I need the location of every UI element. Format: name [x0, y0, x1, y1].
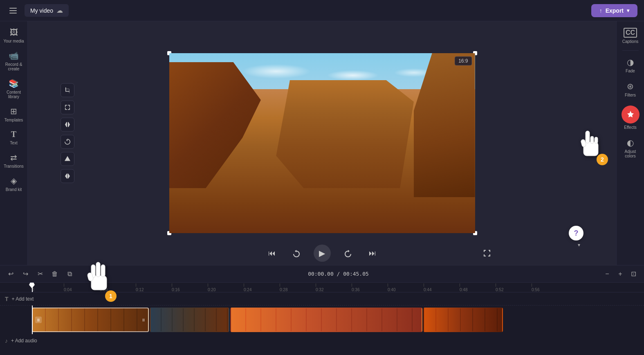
effects-active-indicator: [622, 106, 640, 124]
right-panel-item-adjust-colors[interactable]: ◐ Adjustcolors: [618, 135, 643, 162]
your-media-icon: 🖼: [10, 28, 18, 37]
ruler-mark: 0:56: [532, 283, 568, 292]
right-panel-item-fade[interactable]: ◑ Fade: [618, 54, 643, 76]
record-create-icon: 📹: [9, 51, 19, 61]
ruler-marks: 0 0:04 0:08 0:12 0:16: [32, 283, 568, 292]
duplicate-button[interactable]: ⧉: [64, 268, 75, 280]
text-track-icon: T: [5, 296, 9, 302]
main-area: 🖼 Your media 📹 Record &create 📚 Contentl…: [0, 21, 644, 265]
text-track: T + Add text: [0, 292, 644, 306]
sidebar-item-brand-kit[interactable]: ◈ Brand kit: [2, 173, 26, 195]
help-button[interactable]: ?: [569, 226, 583, 240]
delete-button[interactable]: 🗑: [49, 268, 61, 280]
right-panel-label: Filters: [625, 93, 636, 97]
hamburger-button[interactable]: [7, 4, 20, 17]
sidebar-item-label: Templates: [4, 118, 23, 122]
ruler-mark: 0:16: [172, 283, 208, 292]
video-clip-4[interactable]: [423, 308, 503, 332]
ruler-mark: 0:52: [496, 283, 532, 292]
export-chevron-icon: ▾: [627, 8, 629, 13]
video-clip-2[interactable]: [150, 308, 229, 332]
right-panel-label: Fade: [626, 69, 635, 73]
adjust-colors-icon: ◐: [627, 138, 634, 148]
brand-kit-icon: ◈: [11, 176, 17, 186]
transitions-icon: ⇄: [10, 153, 17, 162]
video-canvas[interactable]: 16:9: [169, 53, 475, 233]
fit-to-window-button[interactable]: ⊡: [628, 268, 639, 280]
right-panel-item-effects[interactable]: Effects: [618, 102, 643, 133]
ruler-mark: 0:36: [352, 283, 388, 292]
desert-cliff-center: [276, 80, 414, 188]
audio-track: ♪ + Add audio: [0, 334, 644, 347]
video-canvas-wrapper: 16:9: [169, 53, 475, 233]
right-panel-item-filters[interactable]: ⊛ Filters: [618, 78, 643, 101]
right-panel: CC Captions ◑ Fade ⊛ Filters Effects ◐ A…: [616, 21, 644, 265]
timeline-area: ↩ ↪ ✂ 🗑 ⧉ 00:00.00 / 00:45.05 − + ⊡ 0: [0, 265, 644, 355]
ruler-mark: 0:32: [316, 283, 352, 292]
cut-button[interactable]: ✂: [34, 268, 46, 280]
video-track-label: [0, 306, 32, 334]
play-button[interactable]: ▶: [314, 245, 331, 262]
zoom-in-button[interactable]: +: [615, 268, 626, 280]
redo-button[interactable]: ↪: [20, 268, 31, 280]
skip-back-button[interactable]: ⏮: [265, 246, 279, 261]
skip-forward-button[interactable]: ⏭: [365, 246, 380, 261]
left-sidebar: 🖼 Your media 📹 Record &create 📚 Contentl…: [0, 21, 28, 265]
zoom-out-button[interactable]: −: [601, 268, 613, 280]
timeline-toolbar: ↩ ↪ ✂ 🗑 ⧉ 00:00.00 / 00:45.05 − + ⊡: [0, 265, 644, 283]
playhead-line: [32, 283, 33, 292]
ruler-mark: 0:08: [100, 283, 136, 292]
add-text-label: + Add text: [12, 296, 34, 302]
topbar: My video ☁ ↑ Export ▾: [0, 0, 644, 21]
video-clip-3[interactable]: [230, 308, 422, 332]
sidebar-item-transitions[interactable]: ⇄ Transitions: [2, 149, 26, 172]
sidebar-item-label: Contentlibrary: [7, 90, 21, 99]
timeline-ruler: 0 0:04 0:08 0:12 0:16: [0, 283, 644, 292]
sidebar-item-record-create[interactable]: 📹 Record &create: [2, 47, 26, 74]
text-icon: T: [11, 130, 16, 139]
export-button[interactable]: ↑ Export ▾: [591, 4, 637, 17]
fast-forward-button[interactable]: [341, 246, 355, 261]
right-panel-label: Captions: [622, 39, 638, 44]
right-panel-label: Adjustcolors: [625, 149, 636, 158]
add-audio-button[interactable]: + Add audio: [11, 338, 37, 344]
hamburger-line: [9, 13, 17, 13]
audio-track-icon: ♪: [5, 337, 8, 344]
ruler-mark: 0:28: [280, 283, 316, 292]
project-title-button[interactable]: My video ☁: [25, 4, 69, 17]
sidebar-item-text[interactable]: T Text: [2, 126, 26, 148]
undo-button[interactable]: ↩: [5, 268, 16, 280]
sidebar-item-label: Transitions: [4, 164, 24, 169]
video-clip-1[interactable]: ⏸ ⏸: [32, 308, 149, 332]
track-playhead: [32, 306, 33, 334]
sidebar-item-label: Brand kit: [6, 187, 22, 192]
ruler-mark: 0:44: [424, 283, 460, 292]
export-label: Export: [606, 7, 624, 14]
clip-right-icon: ⏸: [141, 318, 146, 322]
right-panel-divider: [622, 50, 639, 51]
right-panel-item-captions[interactable]: CC Captions: [618, 25, 643, 47]
ruler-mark: 0:20: [208, 283, 244, 292]
ruler-mark: 0:04: [64, 283, 100, 292]
add-text-button[interactable]: + Add text: [12, 296, 34, 302]
video-track: ⏸ ⏸: [0, 306, 644, 334]
sidebar-item-label: Text: [10, 141, 17, 145]
sidebar-item-your-media[interactable]: 🖼 Your media: [2, 25, 26, 47]
ruler-mark: 0:12: [136, 283, 172, 292]
export-arrow-icon: ↑: [599, 7, 602, 14]
fullscreen-button[interactable]: [480, 246, 494, 261]
content-library-icon: 📚: [9, 79, 19, 88]
ruler-mark: 0:48: [460, 283, 496, 292]
sidebar-item-label: Record &create: [5, 62, 22, 71]
aspect-ratio-badge: 16:9: [455, 56, 471, 65]
templates-icon: ⊞: [10, 106, 17, 116]
project-title-text: My video: [30, 7, 53, 14]
sidebar-item-templates[interactable]: ⊞ Templates: [2, 103, 26, 126]
ruler-mark: 0:24: [244, 283, 280, 292]
right-panel-label: Effects: [624, 125, 636, 130]
rewind-button[interactable]: [289, 246, 304, 261]
scroll-indicator[interactable]: ▾: [578, 242, 580, 248]
sidebar-item-content-library[interactable]: 📚 Contentlibrary: [2, 75, 26, 102]
video-preview-container: 16:9 ⏮ ▶ ⏭ ? ▾: [28, 21, 616, 265]
timeline-time-display: 00:00.00 / 00:45.05: [308, 271, 369, 277]
